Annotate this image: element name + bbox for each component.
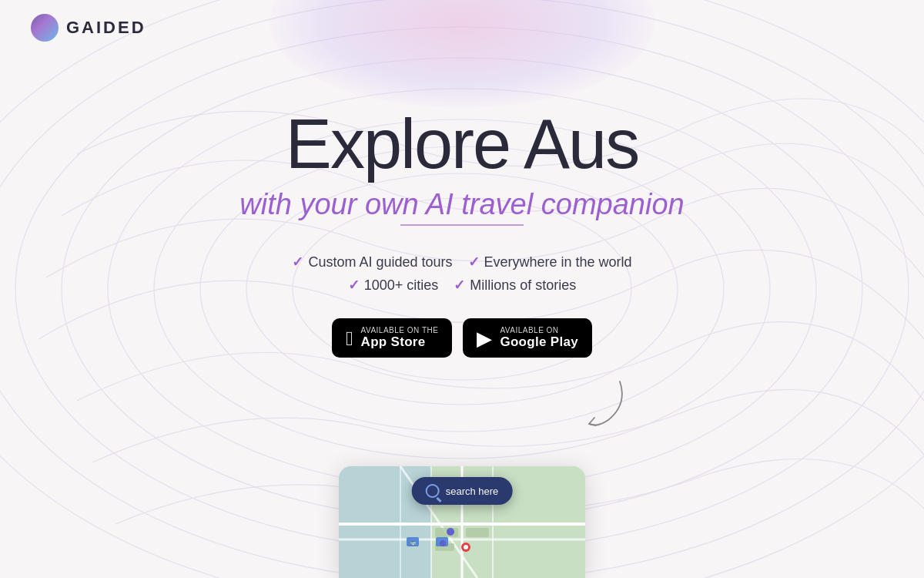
svg-rect-19 xyxy=(466,528,489,537)
check-icon-3: ✓ xyxy=(348,277,360,294)
map-background: 🚌 search here xyxy=(339,466,585,578)
feature-stories: ✓ Millions of stories xyxy=(454,277,576,294)
map-search-icon xyxy=(426,484,440,498)
svg-point-27 xyxy=(440,540,446,546)
google-play-button[interactable]: ▶ AVAILABLE ON Google Play xyxy=(463,318,592,358)
features-row-1: ✓ Custom AI guided tours ✓ Everywhere in… xyxy=(292,254,631,271)
sub-headline: with your own AI travel companion xyxy=(239,188,684,221)
svg-point-26 xyxy=(447,528,454,536)
google-play-icon: ▶ xyxy=(477,328,492,348)
features-row-2: ✓ 1000+ cities ✓ Millions of stories xyxy=(348,277,577,294)
underline-decoration xyxy=(400,224,524,226)
feature-label-3: 1000+ cities xyxy=(364,277,439,294)
feature-label-4: Millions of stories xyxy=(470,277,576,294)
google-play-name: Google Play xyxy=(500,334,578,350)
header: GAIDED xyxy=(0,0,924,55)
apple-store-name: App Store xyxy=(361,334,439,350)
logo-icon xyxy=(31,14,59,42)
logo-text: GAIDED xyxy=(66,18,146,38)
map-preview: 🚌 search here xyxy=(339,466,585,578)
check-icon-2: ✓ xyxy=(468,254,480,271)
map-search-bar[interactable]: search here xyxy=(412,477,513,505)
feature-cities: ✓ 1000+ cities xyxy=(348,277,439,294)
feature-everywhere: ✓ Everywhere in the world xyxy=(468,254,632,271)
check-icon-4: ✓ xyxy=(454,277,465,294)
svg-point-25 xyxy=(464,545,468,549)
apple-store-button[interactable]:  Available on the App Store xyxy=(332,318,452,358)
logo[interactable]: GAIDED xyxy=(31,14,146,42)
google-available-label: AVAILABLE ON xyxy=(500,326,578,334)
feature-custom-tours: ✓ Custom AI guided tours xyxy=(292,254,452,271)
feature-label-1: Custom AI guided tours xyxy=(308,254,452,271)
main-content: Explore Aus with your own AI travel comp… xyxy=(0,55,924,358)
feature-label-2: Everywhere in the world xyxy=(484,254,632,271)
main-headline: Explore Aus xyxy=(286,109,638,179)
google-play-text: AVAILABLE ON Google Play xyxy=(500,326,578,350)
curved-arrow xyxy=(585,378,631,435)
check-icon-1: ✓ xyxy=(292,254,303,271)
apple-icon:  xyxy=(346,328,353,348)
map-search-text: search here xyxy=(446,486,499,497)
svg-text:🚌: 🚌 xyxy=(410,539,417,546)
apple-available-label: Available on the xyxy=(361,326,439,334)
apple-store-text: Available on the App Store xyxy=(361,326,439,350)
store-buttons:  Available on the App Store ▶ AVAILABLE… xyxy=(332,318,592,358)
svg-rect-18 xyxy=(435,528,458,537)
